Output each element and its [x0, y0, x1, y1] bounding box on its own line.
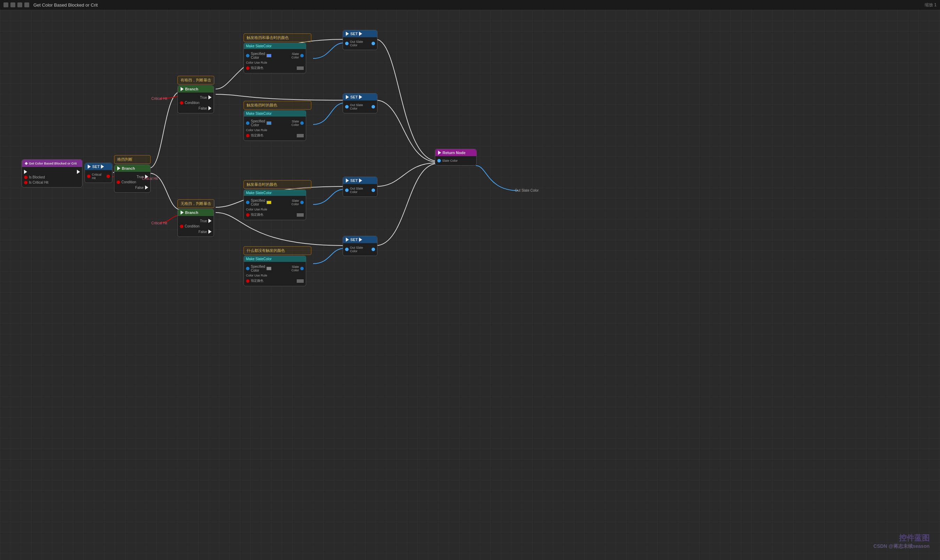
set-out-2-exec-out [359, 95, 362, 99]
yougeji-comment: 有格挡，判断暴击 Branch True Condition Fa [177, 76, 214, 113]
out-color-in-pin [345, 248, 349, 251]
out-slate-color-row: Out Slate Color [343, 103, 377, 111]
set-out-4-header: SET [343, 236, 377, 243]
topbar-btn-1[interactable] [3, 2, 8, 7]
out-color-out-pin [372, 42, 375, 45]
make-color-1-node[interactable]: Make SlateColor Specified Color Slate Co… [243, 43, 306, 73]
set-exec-in [88, 165, 91, 169]
return-node[interactable]: Return Node Slate Color [435, 149, 477, 166]
color-use-rule-row: Color Use Rule [244, 60, 306, 65]
zhiding-row: 指定颜色 [244, 65, 306, 71]
wugeji-comment: 无格挡，判断暴击 Branch True Condition Fa [177, 199, 214, 237]
true-pin [208, 219, 212, 223]
branch-yougeji-body: True Condition False [178, 92, 214, 113]
out-color-out-pin [372, 189, 375, 192]
set-out-4-body: Out Slate Color [343, 243, 377, 255]
set-out-2-header: SET [343, 94, 377, 100]
set-out-2-node[interactable]: SET Out Slate Color [343, 93, 377, 113]
critical-hit-row: Critical Hit [85, 172, 112, 180]
make-color-2-body: Specified Color Slate Color Color Use Ru… [244, 117, 306, 140]
is-blocked-pin [24, 175, 28, 179]
topbar-btn-3[interactable] [17, 2, 22, 7]
out-slate-color-row: Out Slate Color [343, 245, 377, 254]
critical-hit-out-pin [106, 175, 110, 178]
out-slate-color-right: Out Slate Color [515, 189, 538, 192]
set-exec-out [101, 165, 104, 169]
topbar-controls [3, 2, 29, 7]
true-row: True [178, 218, 214, 224]
make-color-3-area: 触发暴击时的颜色 Make SlateColor Specified Color… [243, 180, 311, 189]
color1-comment: 触发格挡和暴击时的颜色 [243, 33, 311, 42]
make-color-3-node[interactable]: Make SlateColor Specified Color Slate Co… [243, 189, 306, 220]
zhiding-row: 指定颜色 [244, 132, 306, 138]
make-color-3-body: Specified Color Slate Color Color Use Ru… [244, 196, 306, 220]
out-slate-color-row: Out Slate Color [343, 186, 377, 194]
branch-wugeji-header: Branch [178, 209, 214, 216]
set-out-3-body: Out Slate Color [343, 184, 377, 197]
yougeji-comment-label: 有格挡，判断暴击 [177, 76, 214, 85]
color-use-rule-row: Color Use Rule [244, 207, 306, 212]
branch-yougeji-node[interactable]: Branch True Condition False [177, 85, 214, 113]
out-color-in-pin [345, 42, 349, 45]
set-out-1-exec-out [359, 32, 362, 36]
out-color-in-pin [345, 105, 349, 109]
out-color-out-pin [372, 248, 375, 251]
set-out-3-header: SET [343, 177, 377, 184]
make-color-1-area: 触发格挡和暴击时的颜色 Make SlateColor Specified Co… [243, 33, 311, 42]
critical-hit-label-area: Critical Hit [142, 177, 158, 180]
zhiding-swatch [297, 66, 304, 70]
gedang-comment-label: 格挡判断 [114, 155, 151, 164]
color4-comment: 什么都没有触发的颜色 [243, 246, 311, 255]
set-out-4-node[interactable]: SET Out Slate Color [343, 236, 377, 256]
zhiding-pin [246, 66, 249, 70]
specified-color-row: Specified Color Slate Color [244, 118, 306, 128]
slate-color-out-pin [300, 122, 304, 125]
topbar: Get Color Based Blocked or Crit 缩放 1 [0, 0, 940, 10]
false-row: False [114, 185, 150, 190]
exec-row [22, 169, 82, 175]
out-slate-color-row: Out Slate Color [343, 39, 377, 48]
set-header: SET [85, 163, 112, 170]
topbar-btn-2[interactable] [11, 2, 15, 7]
color-swatch-3 [266, 201, 271, 204]
spec-color-pin [246, 54, 249, 57]
specified-color-row: Specified Color Slate Color [244, 198, 306, 207]
watermark-line1: 控件蓝图 [874, 533, 929, 543]
return-body: Slate Color [435, 156, 476, 165]
zhiding-pin [246, 279, 249, 283]
specified-color-row: Specified Color Slate Color [244, 264, 306, 273]
true-row: True [178, 95, 214, 100]
branch-yougeji-header: Branch [178, 86, 214, 92]
gedang-comment: 格挡判断 Branch True Condition False [114, 155, 151, 193]
color-swatch-2 [266, 122, 271, 125]
make-color-2-area: 触发格挡时的颜色 Make SlateColor Specified Color… [243, 101, 311, 109]
branch-header: Branch [114, 165, 150, 172]
zhiding-swatch [297, 213, 304, 217]
branch-wugeji-body: True Condition False [178, 216, 214, 237]
set-out-2-exec-in [346, 95, 349, 99]
make-color-4-header: Make SlateColor [244, 256, 306, 262]
branch-wugeji-node[interactable]: Branch True Condition False [177, 209, 214, 237]
zhiding-swatch [297, 279, 304, 283]
make-color-2-header: Make SlateColor [244, 111, 306, 117]
topbar-btn-4[interactable] [25, 2, 29, 7]
make-color-4-area: 什么都没有触发的颜色 Make SlateColor Specified Col… [243, 246, 311, 255]
exec-in-pin [24, 170, 27, 174]
true-pin [208, 95, 212, 100]
critical-hit-label-wugeji: Critical Hit [151, 221, 167, 225]
wugeji-comment-label: 无格挡，判断暴击 [177, 199, 214, 208]
zhiding-row: 指定颜色 [244, 212, 306, 218]
set-out-3-node[interactable]: SET Out Slate Color [343, 177, 377, 197]
get-color-header: ◆ Get Color Based Blocked or Crit [22, 160, 82, 167]
set-out-1-node[interactable]: SET Out Slate Color [343, 30, 377, 50]
slate-color-out-pin [300, 54, 304, 57]
false-pin [208, 106, 212, 110]
make-color-4-node[interactable]: Make SlateColor Specified Color Slate Co… [243, 255, 306, 286]
make-color-2-node[interactable]: Make SlateColor Specified Color Slate Co… [243, 110, 306, 141]
set-main-node[interactable]: SET Critical Hit [85, 163, 112, 183]
return-exec-in [438, 151, 441, 155]
out-color-in-pin [345, 189, 349, 192]
set-body: Critical Hit [85, 170, 112, 183]
condition-pin [180, 101, 183, 105]
get-color-node[interactable]: ◆ Get Color Based Blocked or Crit Is Blo… [22, 159, 82, 188]
